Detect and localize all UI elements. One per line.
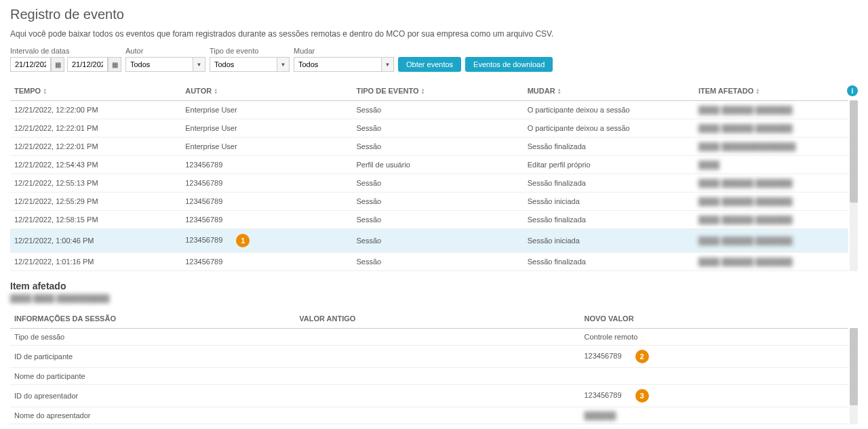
page-title: Registro de evento: [10, 7, 858, 22]
table-row[interactable]: 12/21/2022, 12:54:43 PM 123456789 Perfil…: [10, 156, 848, 174]
table-row[interactable]: 12/21/2022, 12:22:01 PM Enterprise User …: [10, 119, 848, 138]
table-row[interactable]: 12/21/2022, 1:01:16 PM 123456789 Sessão …: [10, 253, 848, 271]
col-author-label: AUTOR: [185, 87, 212, 95]
event-log-table-wrap: i TEMPO▲▼ AUTOR▲▼ TIPO DE EVENTO▲▼ MUDAR…: [10, 81, 858, 271]
event-type-label: Tipo de evento: [210, 47, 290, 55]
cell-type: Perfil de usuário: [352, 156, 523, 174]
cell-change: Sessão iniciada: [524, 229, 694, 253]
col-change[interactable]: MUDAR▲▼: [524, 81, 694, 101]
cell-time: 12/21/2022, 12:22:00 PM: [10, 101, 181, 119]
event-log-table: TEMPO▲▼ AUTOR▲▼ TIPO DE EVENTO▲▼ MUDAR▲▼…: [10, 81, 848, 271]
scrollbar[interactable]: [850, 328, 858, 424]
cell-item: ████ ██████ ███████: [694, 101, 848, 119]
cell-time: 12/21/2022, 1:00:46 PM: [10, 229, 181, 253]
cell-time: 12/21/2022, 12:58:15 PM: [10, 211, 181, 229]
author-select[interactable]: [125, 57, 193, 72]
cell-new: Controle remoto: [580, 329, 848, 346]
table-row[interactable]: 12/21/2022, 12:55:13 PM 123456789 Sessão…: [10, 174, 848, 192]
table-row[interactable]: 12/21/2022, 12:58:15 PM 123456789 Sessão…: [10, 211, 848, 229]
scrollbar-thumb[interactable]: [850, 100, 858, 203]
cell-label: ID do apresentador: [10, 385, 295, 407]
change-caret-icon[interactable]: ▼: [382, 57, 394, 72]
cell-type: Sessão: [352, 174, 523, 192]
col-time[interactable]: TEMPO▲▼: [10, 81, 181, 101]
cell-author: 123456789: [181, 174, 352, 192]
col-affected-item[interactable]: ITEM AFETADO▲▼: [694, 81, 848, 101]
cell-new: [580, 368, 848, 385]
event-type-select[interactable]: [210, 57, 277, 72]
cell-change: Sessão finalizada: [524, 253, 694, 271]
cell-change: O participante deixou a sessão: [524, 101, 694, 119]
callout-badge: 1: [236, 234, 250, 247]
cell-type: Sessão: [352, 138, 523, 156]
cell-change: Sessão finalizada: [524, 138, 694, 156]
sort-icon: ▲▼: [43, 88, 47, 95]
filter-bar: Intervalo de datas ▦ ▦ Autor ▼ Tipo de e…: [10, 47, 858, 72]
table-row[interactable]: 12/21/2022, 12:55:29 PM 123456789 Sessão…: [10, 192, 848, 211]
table-row[interactable]: 12/21/2022, 1:00:46 PM 1234567891 Sessão…: [10, 229, 848, 253]
col-event-type[interactable]: TIPO DE EVENTO▲▼: [352, 81, 523, 101]
cell-author: 123456789: [181, 156, 352, 174]
cell-item: ████ ██████ ███████: [694, 229, 848, 253]
download-events-button[interactable]: Eventos de download: [465, 57, 553, 72]
cell-type: Sessão: [352, 119, 523, 138]
table-row[interactable]: 12/21/2022, 12:22:00 PM Enterprise User …: [10, 101, 848, 119]
cell-old: [295, 346, 580, 368]
cell-old: [295, 368, 580, 385]
cell-time: 12/21/2022, 12:22:01 PM: [10, 138, 181, 156]
col-type-label: TIPO DE EVENTO: [356, 87, 418, 95]
cell-change: O participante deixou a sessão: [524, 119, 694, 138]
cell-old: [295, 407, 580, 424]
table-row[interactable]: 12/21/2022, 12:22:01 PM Enterprise User …: [10, 138, 848, 156]
author-label: Autor: [125, 47, 205, 55]
col-author[interactable]: AUTOR▲▼: [181, 81, 352, 101]
cell-item: ████ ██████████████: [694, 138, 848, 156]
cell-author: Enterprise User: [181, 119, 352, 138]
cell-label: Nome do participante: [10, 368, 295, 385]
cell-change: Sessão finalizada: [524, 211, 694, 229]
date-from-calendar-icon[interactable]: ▦: [51, 57, 64, 72]
cell-new: ██████: [580, 407, 848, 424]
cell-change: Editar perfil próprio: [524, 156, 694, 174]
sort-icon: ▲▼: [557, 88, 561, 95]
new-value-header: NOVO VALOR: [580, 309, 848, 329]
cell-author: 1234567891: [181, 229, 352, 253]
date-from-input[interactable]: [10, 57, 51, 72]
cell-time: 12/21/2022, 12:55:29 PM: [10, 192, 181, 211]
date-to-calendar-icon[interactable]: ▦: [108, 57, 121, 72]
scrollbar[interactable]: [850, 100, 858, 271]
cell-time: 12/21/2022, 12:22:01 PM: [10, 119, 181, 138]
sort-icon: ▲▼: [755, 88, 760, 95]
table-row: ID do apresentador 1234567893: [10, 385, 848, 407]
cell-author: 123456789: [181, 192, 352, 211]
cell-item: ████ ██████ ███████: [694, 211, 848, 229]
cell-type: Sessão: [352, 253, 523, 271]
event-type-caret-icon[interactable]: ▼: [277, 57, 290, 72]
cell-new: 1234567892: [580, 346, 848, 368]
author-caret-icon[interactable]: ▼: [193, 57, 205, 72]
cell-label: Nome do apresentador: [10, 407, 295, 424]
date-to-input[interactable]: [67, 57, 108, 72]
table-row: Tipo de sessão Controle remoto: [10, 329, 848, 346]
cell-new: 1234567893: [580, 385, 848, 407]
affected-item-value: ████ ████ ██████████: [10, 294, 858, 302]
cell-label: ID de participante: [10, 346, 295, 368]
cell-author: Enterprise User: [181, 138, 352, 156]
col-item-label: ITEM AFETADO: [698, 87, 753, 95]
session-info-table: INFORMAÇÕES DA SESSÃO VALOR ANTIGO NOVO …: [10, 309, 848, 424]
cell-old: [295, 385, 580, 407]
scrollbar-thumb[interactable]: [850, 328, 858, 405]
cell-change: Sessão finalizada: [524, 174, 694, 192]
cell-time: 12/21/2022, 12:55:13 PM: [10, 174, 181, 192]
change-select[interactable]: [294, 57, 382, 72]
cell-type: Sessão: [352, 211, 523, 229]
info-icon[interactable]: i: [847, 85, 858, 96]
get-events-button[interactable]: Obter eventos: [398, 57, 461, 72]
cell-author: 123456789: [181, 211, 352, 229]
cell-item: ████ ██████ ███████: [694, 174, 848, 192]
cell-author: Enterprise User: [181, 101, 352, 119]
cell-item: ████ ██████ ███████: [694, 253, 848, 271]
cell-item: ████: [694, 156, 848, 174]
cell-old: [295, 329, 580, 346]
cell-label: Tipo de sessão: [10, 329, 295, 346]
